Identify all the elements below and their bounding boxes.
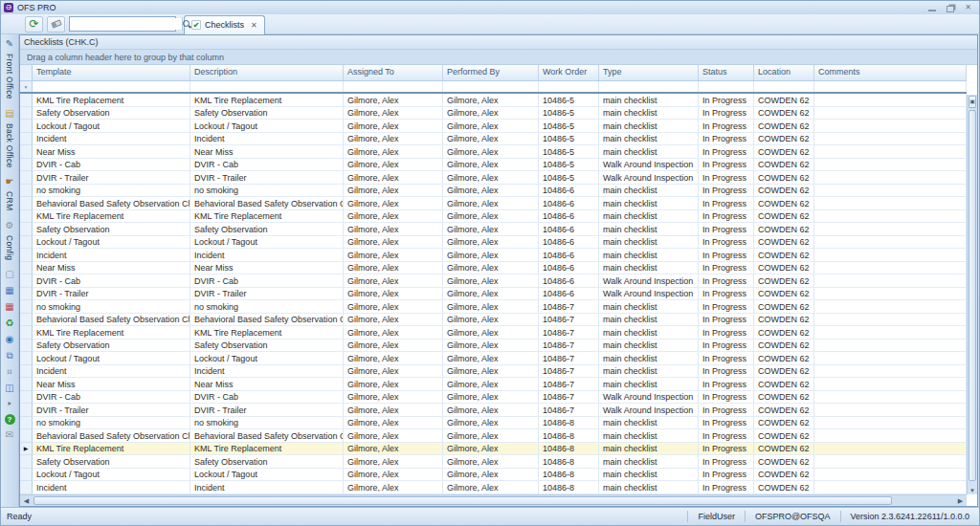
grid-row[interactable]: DVIR - CabDVIR - CabGilmore, AlexGilmore… [20,274,967,288]
cell-work_order[interactable]: 10486-5 [539,159,599,172]
cell-work_order[interactable]: 10486-7 [539,378,599,391]
cell-location[interactable]: COWDEN 62 [754,469,814,482]
cell-performed_by[interactable]: Gilmore, Alex [443,262,539,275]
column-header-assigned_to[interactable]: Assigned To [344,65,443,80]
cell-work_order[interactable]: 10486-6 [539,210,599,224]
cell-work_order[interactable]: 10486-7 [539,340,599,353]
cell-performed_by[interactable]: Gilmore, Alex [443,210,539,224]
grid-row[interactable]: Behavioral Based Safety Observation Chec… [20,314,967,327]
cell-description[interactable]: Incident [190,481,344,494]
scroll-right-icon[interactable]: ▶ [954,495,967,506]
cell-description[interactable]: Near Miss [190,145,344,159]
cell-work_order[interactable]: 10486-8 [539,443,599,456]
cell-assigned_to[interactable]: Gilmore, Alex [344,210,443,224]
cell-performed_by[interactable]: Gilmore, Alex [443,120,539,133]
cell-type[interactable]: main checklist [599,145,699,159]
cell-location[interactable]: COWDEN 62 [754,120,814,133]
tab-close-icon[interactable]: ✕ [251,21,257,30]
sidebar-tab-crm[interactable]: CRM [5,191,14,210]
cell-status[interactable]: In Progress [699,365,754,379]
cell-template[interactable]: KML Tire Replacement [33,443,190,456]
cell-assigned_to[interactable]: Gilmore, Alex [344,352,443,365]
cell-template[interactable]: Safety Observation [33,340,190,353]
cell-type[interactable]: main checklist [599,120,699,133]
cell-description[interactable]: KML Tire Replacement [190,326,344,340]
column-chooser-button[interactable]: ▣ [969,96,976,108]
cell-comments[interactable] [814,417,967,430]
cell-performed_by[interactable]: Gilmore, Alex [443,481,539,494]
cell-work_order[interactable]: 10486-5 [539,120,599,133]
globe-icon[interactable]: ◉ [3,333,16,345]
cell-location[interactable]: COWDEN 62 [754,210,814,224]
cell-type[interactable]: main checklist [599,417,699,430]
cell-template[interactable]: Incident [33,249,190,262]
cell-location[interactable]: COWDEN 62 [754,171,814,185]
cell-description[interactable]: Safety Observation [190,340,344,353]
cell-comments[interactable] [814,94,967,107]
cell-description[interactable]: no smoking [190,300,344,314]
cell-template[interactable]: Incident [33,481,190,494]
cell-status[interactable]: In Progress [699,429,754,443]
cell-status[interactable]: In Progress [699,185,754,198]
cell-status[interactable]: In Progress [699,455,754,469]
cell-status[interactable]: In Progress [699,262,754,275]
cell-type[interactable]: main checklist [599,210,699,224]
cell-assigned_to[interactable]: Gilmore, Alex [344,133,443,146]
cell-assigned_to[interactable]: Gilmore, Alex [344,365,443,379]
cell-comments[interactable] [814,469,967,482]
cell-status[interactable]: In Progress [699,274,754,288]
cell-performed_by[interactable]: Gilmore, Alex [443,300,539,314]
grid-row[interactable]: Lockout / TagoutLockout / TagoutGilmore,… [20,469,967,482]
cell-status[interactable]: In Progress [699,443,754,456]
cell-type[interactable]: main checklist [599,107,699,121]
sidebar-tab-config[interactable]: Config [5,235,14,260]
column-header-status[interactable]: Status [699,65,754,80]
cell-comments[interactable] [814,404,967,417]
cell-template[interactable]: no smoking [33,185,190,198]
cell-description[interactable]: Near Miss [190,262,344,275]
cell-status[interactable]: In Progress [699,107,754,121]
cell-type[interactable]: main checklist [599,223,699,236]
grid-row[interactable]: IncidentIncidentGilmore, AlexGilmore, Al… [20,365,967,379]
calculator-icon[interactable]: ⌗ [3,365,16,378]
cell-type[interactable]: Walk Around Inspection [599,274,699,288]
cell-comments[interactable] [814,197,967,210]
cell-description[interactable]: Incident [190,133,344,146]
cell-type[interactable]: main checklist [599,455,699,469]
minimize-button[interactable] [928,5,936,11]
filter-cell-status[interactable] [699,81,754,92]
cell-template[interactable]: Lockout / Tagout [33,120,190,133]
cell-status[interactable]: In Progress [699,352,754,365]
cell-comments[interactable] [814,120,967,133]
cell-location[interactable]: COWDEN 62 [754,429,814,443]
close-button[interactable]: ✕ [965,4,971,11]
cell-template[interactable]: DVIR - Cab [33,391,190,405]
grid-row[interactable]: KML Tire ReplacementKML Tire Replacement… [20,326,967,340]
scroll-left-icon[interactable]: ◀ [20,495,33,506]
grid-row[interactable]: no smokingno smokingGilmore, AlexGilmore… [20,417,967,430]
cell-assigned_to[interactable]: Gilmore, Alex [344,429,443,443]
cell-work_order[interactable]: 10486-6 [539,236,599,250]
cell-location[interactable]: COWDEN 62 [754,481,814,494]
cell-work_order[interactable]: 10486-5 [539,145,599,159]
cell-performed_by[interactable]: Gilmore, Alex [443,469,539,482]
cell-location[interactable]: COWDEN 62 [754,391,814,405]
cell-performed_by[interactable]: Gilmore, Alex [443,236,539,250]
cell-work_order[interactable]: 10486-6 [539,249,599,262]
cell-work_order[interactable]: 10486-6 [539,288,599,301]
cell-description[interactable]: Safety Observation [190,107,344,121]
cell-assigned_to[interactable]: Gilmore, Alex [344,171,443,185]
cell-status[interactable]: In Progress [699,145,754,159]
grid-row[interactable]: Safety ObservationSafety ObservationGilm… [20,107,967,121]
column-header-location[interactable]: Location [754,65,814,80]
cell-type[interactable]: main checklist [599,197,699,210]
cell-performed_by[interactable]: Gilmore, Alex [443,455,539,469]
cell-description[interactable]: Safety Observation [190,223,344,236]
cell-performed_by[interactable]: Gilmore, Alex [443,107,539,121]
cell-assigned_to[interactable]: Gilmore, Alex [344,391,443,405]
cell-location[interactable]: COWDEN 62 [754,288,814,301]
cell-comments[interactable] [814,159,967,172]
cell-location[interactable]: COWDEN 62 [754,365,814,379]
cell-template[interactable]: no smoking [33,300,190,314]
refresh-button[interactable]: ⟳ [25,16,43,33]
